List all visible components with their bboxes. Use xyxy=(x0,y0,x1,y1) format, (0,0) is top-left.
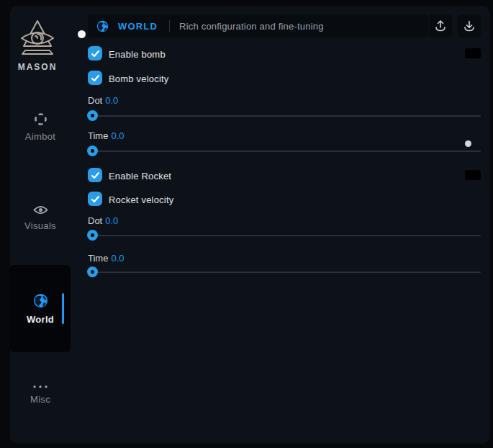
slider-thumb-dot xyxy=(91,270,94,274)
bomb-dot-slider[interactable] xyxy=(88,110,481,122)
rocket-dot-value: 0.0 xyxy=(105,215,118,226)
brand-name: MASON xyxy=(10,62,65,72)
slider-track xyxy=(88,235,481,236)
active-tab-indicator xyxy=(62,293,64,324)
ellipsis-icon xyxy=(32,385,48,389)
enable-bomb-checkbox[interactable] xyxy=(88,46,102,61)
sidebar-item-visuals[interactable]: Visuals xyxy=(10,205,71,231)
enable-rocket-row: Enable Rocket xyxy=(88,168,481,183)
header-divider xyxy=(169,20,170,32)
upload-icon xyxy=(434,19,447,32)
rocket-dot-slider[interactable] xyxy=(88,230,481,241)
bomb-time-label: Time0.0 xyxy=(88,130,124,142)
bomb-velocity-checkbox[interactable] xyxy=(88,71,102,85)
enable-rocket-checkbox[interactable] xyxy=(88,168,102,182)
sidebar-item-label: Aimbot xyxy=(25,131,55,142)
rocket-velocity-label: Rocket velocity xyxy=(109,194,173,205)
slider-thumb[interactable] xyxy=(87,266,98,277)
checkmark-icon xyxy=(91,49,100,58)
globe-icon xyxy=(33,293,48,308)
rocket-dot-label: Dot0.0 xyxy=(88,215,118,227)
slider-thumb[interactable] xyxy=(87,230,98,241)
checkmark-icon xyxy=(91,171,100,180)
enable-rocket-label: Enable Rocket xyxy=(109,170,171,181)
page-title: WORLD xyxy=(118,21,158,32)
sidebar-item-label: World xyxy=(27,314,54,325)
slider-track xyxy=(88,272,481,273)
slider-thumb-dot xyxy=(91,149,94,153)
bomb-dot-value: 0.0 xyxy=(105,95,118,106)
rocket-time-value: 0.0 xyxy=(111,253,124,264)
enable-bomb-label: Enable bomb xyxy=(109,48,166,59)
globe-icon xyxy=(96,20,109,32)
mason-window: MASON Aimbot Visuals World xyxy=(10,6,489,444)
page-subtitle: Rich configuration and fine-tuning xyxy=(179,21,323,32)
bomb-time-value: 0.0 xyxy=(111,130,124,141)
page-header: WORLD Rich configuration and fine-tuning xyxy=(88,14,428,37)
checkmark-icon xyxy=(91,194,100,204)
bomb-time-slider[interactable] xyxy=(88,145,481,157)
rocket-velocity-row: Rocket velocity xyxy=(88,192,481,207)
rocket-time-label: Time0.0 xyxy=(88,253,124,264)
checkmark-icon xyxy=(91,73,100,83)
crosshair-icon xyxy=(34,112,48,126)
upload-config-button[interactable] xyxy=(429,14,452,37)
sidebar-item-misc[interactable]: Misc xyxy=(10,385,71,405)
bomb-color-swatch[interactable] xyxy=(465,48,481,58)
eye-icon xyxy=(33,205,48,215)
sidebar-item-label: Misc xyxy=(30,394,50,405)
slider-track xyxy=(88,151,481,152)
rocket-velocity-checkbox[interactable] xyxy=(88,192,102,206)
rocket-time-slider[interactable] xyxy=(88,266,481,278)
bomb-dot-label: Dot0.0 xyxy=(88,95,118,107)
sidebar-item-label: Visuals xyxy=(24,220,56,231)
download-icon xyxy=(463,19,476,32)
bomb-velocity-row: Bomb velocity xyxy=(88,71,481,86)
brand-logo: MASON xyxy=(10,19,65,72)
download-config-button[interactable] xyxy=(458,14,481,37)
sidebar-item-world[interactable]: World xyxy=(10,265,71,352)
enable-bomb-row: Enable bomb xyxy=(88,46,481,61)
slider-thumb[interactable] xyxy=(87,110,98,121)
sidebar-item-aimbot[interactable]: Aimbot xyxy=(10,112,71,142)
overlay-dot xyxy=(465,140,471,147)
slider-thumb-dot xyxy=(91,114,94,117)
slider-thumb-dot xyxy=(91,233,94,237)
mason-eye-logo-icon xyxy=(17,19,58,59)
slider-thumb[interactable] xyxy=(87,145,98,156)
slider-track xyxy=(88,115,481,117)
sidebar: MASON Aimbot Visuals World xyxy=(10,6,79,444)
rocket-color-swatch[interactable] xyxy=(465,170,481,180)
cursor-dot xyxy=(78,30,86,38)
bomb-velocity-label: Bomb velocity xyxy=(109,73,169,84)
